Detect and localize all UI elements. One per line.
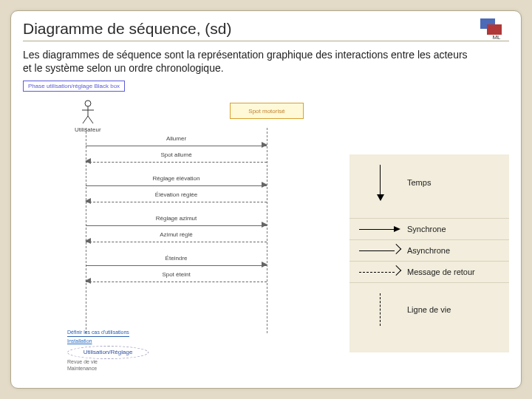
message-label: Spot éteint — [162, 271, 190, 278]
message-label: Spot allumé — [160, 151, 191, 158]
system-box: Spot motorisé — [230, 103, 304, 119]
footer-cloud: Utilisation/Réglage — [67, 346, 149, 359]
legend-label: Asynchrone — [403, 246, 502, 255]
legend-panel: Temps Synchrone Asynchrone Message de re… — [349, 154, 509, 352]
message-row: Allumer — [86, 137, 267, 153]
message-label: Azimut réglé — [160, 231, 192, 238]
time-arrow-icon — [380, 165, 381, 200]
legend-row-time: Temps — [349, 154, 509, 218]
intro-text: Les diagrammes de séquence sont la repré… — [23, 49, 470, 75]
footer-item: Revue de vie — [67, 359, 98, 364]
footer-heading: Définir les cas d'utilisations — [67, 330, 129, 336]
legend-label: Message de retour — [403, 267, 502, 276]
message-label: Allumer — [166, 135, 186, 142]
legend-row-sync: Synchrone — [349, 219, 509, 239]
message-label: Réglage azimut — [156, 215, 197, 222]
message-row: Azimut réglé — [86, 233, 267, 249]
message-row: Éteindre — [86, 256, 267, 273]
message-label: Élévation réglée — [155, 191, 197, 198]
usecase-footer: Définir les cas d'utilisations Installat… — [67, 330, 149, 372]
lifeline-system — [267, 128, 267, 333]
footer-item: Maintenance — [67, 366, 97, 371]
message-label: Réglage élévation — [152, 175, 200, 182]
slide-title: Diagramme de séquence, (sd) — [23, 20, 509, 41]
legend-label: Ligne de vie — [403, 305, 502, 314]
sysml-logo: ML — [480, 16, 514, 41]
async-arrow-icon — [359, 247, 400, 254]
message-row: Réglage élévation — [86, 177, 267, 193]
legend-row-async: Asynchrone — [349, 240, 509, 261]
message-row: Spot éteint — [86, 273, 267, 289]
return-arrow-icon — [359, 268, 400, 276]
svg-text:ML: ML — [492, 34, 501, 41]
svg-line-7 — [88, 116, 93, 123]
svg-point-3 — [85, 100, 91, 106]
legend-label: Synchrone — [403, 225, 502, 233]
message-row: Réglage azimut — [86, 216, 267, 233]
legend-row-return: Message de retour — [349, 262, 509, 282]
legend-label: Temps — [403, 178, 502, 187]
actor: Utilisateur — [75, 100, 101, 133]
footer-item: Installation — [67, 338, 149, 344]
actor-label: Utilisateur — [75, 126, 101, 133]
frame-label: Phase utilisation/réglage Black box — [23, 81, 125, 92]
stick-figure-icon — [80, 100, 96, 125]
lifeline-icon — [380, 293, 381, 326]
message-row: Spot allumé — [86, 153, 267, 169]
svg-line-6 — [83, 116, 88, 123]
sync-arrow-icon — [359, 225, 400, 233]
legend-row-lifeline: Ligne de vie — [349, 283, 509, 344]
svg-rect-1 — [487, 24, 502, 35]
message-label: Éteindre — [166, 255, 188, 262]
message-row: Élévation réglée — [86, 193, 267, 209]
diagram-canvas: Phase utilisation/réglage Black box Util… — [23, 81, 509, 376]
slide-card: Diagramme de séquence, (sd) ML Les diagr… — [10, 10, 522, 389]
message-list: AllumerSpot alluméRéglage élévationÉléva… — [86, 137, 267, 289]
